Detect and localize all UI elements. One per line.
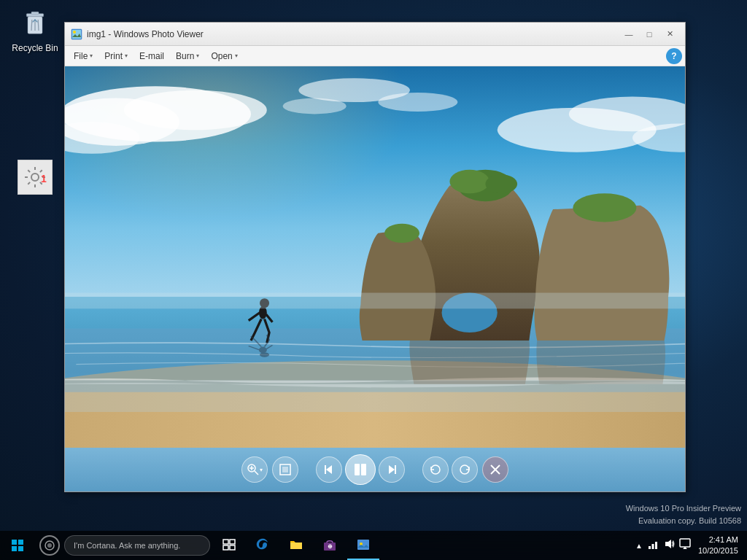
menu-email[interactable]: E-mail: [133, 49, 170, 63]
svg-line-39: [255, 471, 258, 475]
cortana-search[interactable]: I'm Cortana. Ask me anything.: [64, 535, 210, 556]
desktop: Recycle Bin 1 img1 - Windows Photo Viewe…: [0, 0, 747, 560]
start-button[interactable]: [0, 531, 35, 560]
svg-point-57: [47, 543, 52, 548]
svg-rect-61: [230, 545, 235, 550]
desktop-icon-settings[interactable]: 1: [6, 157, 64, 201]
recycle-bin-icon[interactable]: Recycle Bin: [6, 6, 64, 57]
play-button[interactable]: [345, 454, 376, 485]
svg-marker-70: [665, 540, 671, 548]
svg-point-14: [124, 90, 267, 130]
svg-rect-52: [12, 540, 17, 545]
minimize-button[interactable]: ―: [619, 26, 638, 42]
svg-rect-46: [355, 464, 360, 475]
show-hidden-icons[interactable]: ▲: [635, 542, 643, 550]
taskbar-middle: ⊕: [210, 531, 630, 560]
svg-rect-60: [223, 545, 228, 550]
settings-icon: [18, 160, 53, 195]
network-icon[interactable]: [647, 539, 659, 553]
photo-viewer-toolbar: ▾: [65, 448, 685, 491]
svg-rect-67: [649, 546, 651, 549]
action-center-icon[interactable]: [679, 538, 691, 553]
next-button[interactable]: [379, 456, 405, 483]
svg-rect-68: [651, 544, 654, 549]
cortana-button[interactable]: [36, 532, 63, 559]
store-button[interactable]: ⊕: [314, 531, 346, 560]
svg-point-28: [449, 170, 489, 194]
rotate-group: [422, 456, 478, 483]
svg-line-3: [31, 20, 32, 31]
svg-rect-55: [18, 546, 23, 551]
clock-time: 2:41 AM: [698, 534, 738, 545]
photo-viewer-window: img1 - Windows Photo Viewer ― □ ✕ File ▾…: [64, 22, 686, 492]
zoom-group: ▾: [241, 456, 268, 483]
svg-point-9: [73, 31, 76, 34]
print-arrow: ▾: [125, 52, 128, 59]
maximize-button[interactable]: □: [640, 26, 659, 42]
svg-rect-37: [65, 293, 685, 309]
title-bar: img1 - Windows Photo Viewer ― □ ✕: [65, 23, 685, 46]
menu-open[interactable]: Open ▾: [205, 49, 243, 63]
svg-point-34: [259, 347, 267, 354]
svg-marker-44: [326, 465, 332, 474]
svg-rect-71: [680, 539, 690, 547]
open-arrow: ▾: [235, 52, 238, 59]
svg-rect-54: [12, 546, 17, 551]
edge-button[interactable]: [247, 531, 279, 560]
navigation-group: [316, 454, 405, 485]
burn-arrow: ▾: [196, 52, 199, 59]
taskbar: I'm Cortana. Ask me anything.: [0, 531, 747, 560]
zoom-button[interactable]: ▾: [241, 456, 268, 483]
svg-rect-53: [18, 540, 23, 545]
svg-rect-58: [223, 540, 228, 544]
menu-bar: File ▾ Print ▾ E-mail Burn ▾ Open ▾ ?: [65, 46, 685, 66]
close-button[interactable]: ✕: [660, 26, 679, 42]
volume-icon[interactable]: [663, 538, 675, 553]
delete-button[interactable]: [482, 456, 508, 483]
svg-point-29: [485, 174, 517, 193]
photos-button[interactable]: [347, 531, 379, 560]
svg-rect-47: [361, 464, 366, 475]
badge-count: 1: [41, 173, 47, 184]
rotate-clockwise-button[interactable]: [452, 456, 478, 483]
svg-rect-45: [325, 465, 326, 474]
task-view-button[interactable]: [213, 531, 245, 560]
image-display-area: [65, 66, 685, 448]
svg-point-31: [573, 193, 636, 222]
svg-text:⊕: ⊕: [328, 543, 333, 550]
svg-line-5: [38, 20, 39, 31]
svg-rect-62: [290, 542, 302, 549]
svg-point-18: [283, 98, 347, 114]
watermark-line2: Evaluation copy. Build 10568: [626, 515, 741, 528]
file-explorer-button[interactable]: [280, 531, 312, 560]
window-controls: ― □ ✕: [619, 26, 679, 42]
clock-date: 10/20/2015: [698, 545, 738, 556]
help-button[interactable]: ?: [666, 48, 682, 64]
file-arrow: ▾: [90, 52, 93, 59]
photo-viewer-icon: [71, 28, 82, 40]
svg-rect-65: [357, 540, 369, 550]
rotate-counterclockwise-button[interactable]: [422, 456, 449, 483]
watermark: Windows 10 Pro Insider Preview Evaluatio…: [626, 502, 741, 528]
menu-file[interactable]: File ▾: [68, 49, 98, 63]
svg-rect-1: [31, 12, 39, 14]
window-title: img1 - Windows Photo Viewer: [87, 29, 619, 39]
cortana-circle: [39, 535, 60, 556]
menu-burn[interactable]: Burn ▾: [170, 49, 205, 63]
clock[interactable]: 2:41 AM 10/20/2015: [695, 534, 741, 557]
svg-point-17: [378, 93, 457, 112]
svg-rect-49: [395, 465, 396, 474]
svg-rect-36: [65, 380, 685, 412]
actual-size-button[interactable]: [272, 456, 298, 483]
menu-print[interactable]: Print ▾: [98, 49, 133, 63]
system-tray: ▲: [630, 534, 747, 557]
svg-point-6: [31, 174, 39, 181]
svg-marker-48: [389, 465, 395, 474]
svg-point-30: [384, 224, 419, 243]
previous-button[interactable]: [316, 456, 342, 483]
watermark-line1: Windows 10 Pro Insider Preview: [626, 502, 741, 516]
recycle-bin-label: Recycle Bin: [12, 43, 58, 53]
search-placeholder: I'm Cortana. Ask me anything.: [74, 541, 180, 550]
svg-rect-59: [230, 540, 235, 544]
svg-rect-43: [282, 467, 288, 472]
